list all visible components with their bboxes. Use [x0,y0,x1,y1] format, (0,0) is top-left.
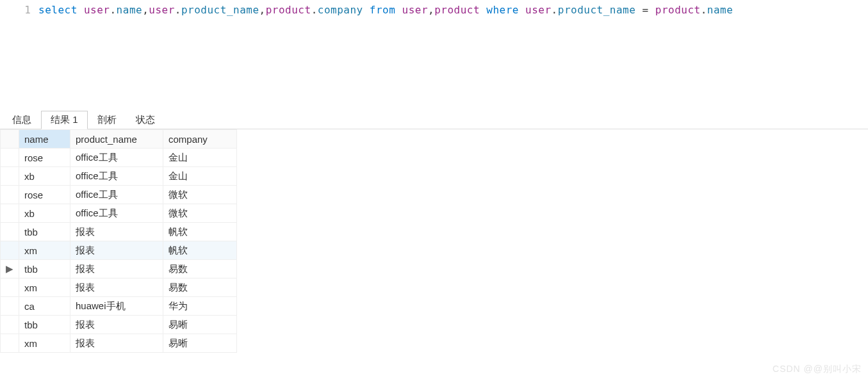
cell[interactable]: xm [19,241,70,260]
cell[interactable]: xm [19,278,70,297]
sql-token-dot: . [701,4,707,16]
sql-token-col: company [318,4,363,16]
cell[interactable]: 微软 [163,186,237,204]
col-header-name[interactable]: name [19,130,70,149]
row-marker [1,149,19,167]
row-marker [1,241,19,260]
cell[interactable]: rose [19,186,70,204]
result-grid-wrap: nameproduct_namecompany roseoffice工具金山xb… [0,129,868,353]
table-row[interactable]: roseoffice工具金山 [1,149,237,167]
sql-token-tbl: user [149,4,175,16]
table-row[interactable]: ▶tbb报表易数 [1,260,237,278]
cell[interactable]: xb [19,204,70,223]
sql-token-dot: . [552,4,558,16]
cell[interactable]: office工具 [70,204,163,223]
tab-1[interactable]: 结果 1 [41,111,88,129]
sql-editor[interactable]: 1 select user.name,user.product_name,pro… [0,0,868,109]
sql-token-tbl: user [84,4,110,16]
row-marker [1,316,19,334]
col-header-product_name[interactable]: product_name [70,130,163,149]
col-header-company[interactable]: company [163,130,237,149]
row-marker [1,167,19,186]
cell[interactable]: 报表 [70,260,163,278]
table-row[interactable]: xboffice工具金山 [1,167,237,186]
cell[interactable]: 易数 [163,260,237,278]
tab-2[interactable]: 剖析 [88,111,126,129]
sql-token-dot: . [311,4,318,16]
table-row[interactable]: xboffice工具微软 [1,204,237,223]
cell[interactable]: 报表 [70,223,163,241]
sql-token-kw: where [486,4,519,16]
row-marker [1,223,19,241]
row-marker [1,297,19,316]
cell[interactable]: 易数 [163,278,237,297]
tab-3[interactable]: 状态 [126,111,165,129]
cell[interactable]: 帆软 [163,223,237,241]
cell[interactable]: tbb [19,316,70,334]
table-row[interactable]: roseoffice工具微软 [1,186,237,204]
row-marker-header [1,130,19,149]
cell[interactable]: 华为 [163,297,237,316]
sql-token-punc: , [428,4,434,16]
result-tabs: 信息结果 1剖析状态 [0,109,868,129]
row-marker [1,204,19,223]
cell[interactable]: 金山 [163,167,237,186]
sql-token-kw: select [38,4,78,16]
cell[interactable]: xm [19,334,70,353]
cell[interactable]: 易晰 [163,334,237,353]
sql-token-punc: , [142,4,149,16]
sql-token-dot: . [110,4,116,16]
cell[interactable]: ca [19,297,70,316]
cell[interactable]: office工具 [70,167,163,186]
cell[interactable]: rose [19,149,70,167]
cell[interactable]: tbb [19,260,70,278]
sql-token-tbl: user [402,4,429,16]
sql-token-kw: from [370,4,396,16]
row-marker [1,186,19,204]
table-row[interactable]: tbb报表易晰 [1,316,237,334]
sql-code[interactable]: select user.name,user.product_name,produ… [38,0,733,109]
sql-token-col: name [117,4,143,16]
cell[interactable]: office工具 [70,149,163,167]
line-number: 1 [0,4,31,16]
sql-token-punc: , [259,4,266,16]
result-grid[interactable]: nameproduct_namecompany roseoffice工具金山xb… [0,129,237,353]
cell[interactable]: 报表 [70,334,163,353]
cell[interactable]: huawei手机 [70,297,163,316]
sql-token-col: name [707,4,733,16]
cell[interactable]: 微软 [163,204,237,223]
sql-token-dot: . [175,4,181,16]
cell[interactable]: 易晰 [163,316,237,334]
table-row[interactable]: xm报表帆软 [1,241,237,260]
cell[interactable]: 金山 [163,149,237,167]
table-row[interactable]: xm报表易数 [1,278,237,297]
cell[interactable]: office工具 [70,186,163,204]
table-row[interactable]: xm报表易晰 [1,334,237,353]
cell[interactable]: tbb [19,223,70,241]
sql-token-tbl: product [655,4,701,16]
table-row[interactable]: tbb报表帆软 [1,223,237,241]
cell[interactable]: 报表 [70,241,163,260]
watermark: CSDN @@别叫小宋 [773,364,862,375]
tab-0[interactable]: 信息 [3,111,41,129]
sql-token-tbl: product [434,4,480,16]
row-marker [1,278,19,297]
table-row[interactable]: cahuawei手机华为 [1,297,237,316]
cell[interactable]: 帆软 [163,241,237,260]
sql-token-col: product_name [181,4,259,16]
line-gutter: 1 [0,0,38,109]
row-marker [1,334,19,353]
sql-token-op: = [642,4,648,16]
sql-token-tbl: product [266,4,311,16]
sql-token-col: product_name [558,4,636,16]
cell[interactable]: xb [19,167,70,186]
row-marker: ▶ [1,260,19,278]
cell[interactable]: 报表 [70,316,163,334]
cell[interactable]: 报表 [70,278,163,297]
sql-token-tbl: user [525,4,552,16]
